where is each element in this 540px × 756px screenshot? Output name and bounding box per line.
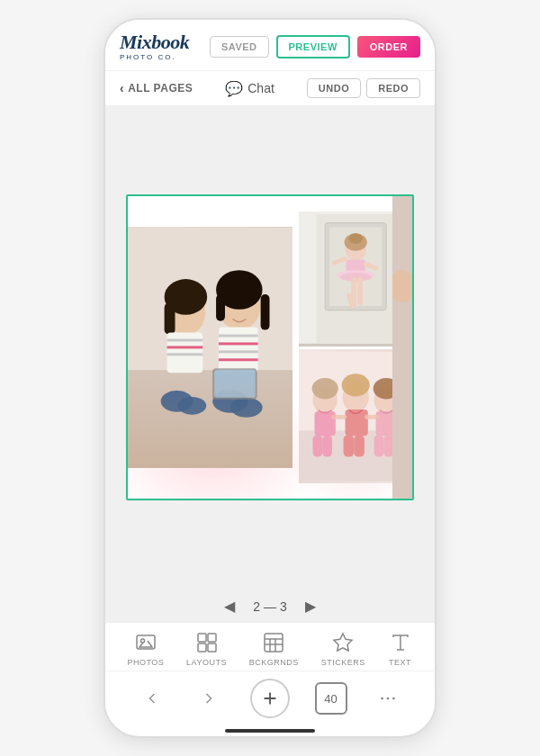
svg-point-61	[140, 639, 144, 643]
back-chevron-svg	[143, 689, 161, 707]
svg-rect-15	[219, 327, 258, 372]
plus-icon	[260, 688, 280, 708]
add-button[interactable]	[250, 679, 290, 718]
svg-rect-16	[219, 334, 258, 337]
svg-point-9	[161, 391, 194, 412]
photos-svg-icon	[135, 632, 157, 653]
svg-rect-23	[214, 370, 256, 398]
svg-point-78	[392, 698, 395, 700]
saved-button[interactable]: SAVED	[210, 36, 269, 58]
bckgrnds-svg-icon	[263, 632, 284, 653]
chat-bubble-icon: 💬	[225, 80, 243, 97]
svg-rect-4	[165, 302, 176, 334]
svg-rect-19	[219, 358, 258, 361]
svg-rect-0	[128, 227, 292, 467]
svg-rect-57	[364, 414, 381, 418]
svg-rect-13	[261, 294, 270, 330]
layouts-tool[interactable]: LAYOUTS	[186, 630, 227, 667]
canvas-area	[105, 106, 435, 589]
svg-marker-71	[334, 634, 352, 651]
svg-rect-8	[167, 353, 203, 356]
text-icon	[388, 630, 413, 655]
svg-rect-1	[128, 370, 292, 468]
logo-area: Mixbook PHOTO CO.	[120, 32, 189, 61]
stickers-tool[interactable]: STICKERS	[321, 630, 365, 667]
svg-rect-45	[322, 435, 332, 456]
svg-point-77	[387, 698, 390, 700]
edge-photo	[392, 196, 412, 499]
back-chevron-icon: ‹	[120, 81, 124, 95]
forward-button[interactable]	[193, 682, 225, 715]
svg-rect-56	[331, 414, 347, 418]
svg-rect-35	[357, 277, 363, 305]
svg-rect-49	[343, 435, 354, 456]
home-indicator	[225, 729, 315, 733]
stickers-icon	[330, 630, 356, 655]
svg-point-42	[311, 378, 338, 399]
order-button[interactable]: ORDER	[357, 36, 420, 58]
svg-point-10	[177, 396, 206, 414]
svg-rect-63	[208, 634, 216, 642]
photos-label: PHOTOS	[127, 658, 164, 667]
svg-rect-55	[383, 435, 393, 456]
preview-button[interactable]: PREVIEW	[276, 35, 350, 58]
edge-photo-svg	[392, 196, 412, 499]
svg-point-76	[381, 698, 383, 700]
next-page-arrow[interactable]: ▶	[305, 598, 316, 615]
svg-rect-14	[216, 294, 225, 321]
svg-rect-50	[354, 435, 364, 456]
more-button[interactable]	[372, 682, 404, 715]
page-canvas[interactable]	[126, 194, 414, 500]
all-pages-label: ALL PAGES	[128, 82, 193, 94]
svg-rect-22	[212, 368, 257, 400]
tool-icons-row: PHOTOS LAYOUTS	[105, 630, 435, 667]
text-svg-icon	[390, 632, 411, 653]
more-dots-icon	[378, 688, 398, 708]
svg-rect-65	[208, 644, 216, 652]
header-buttons: SAVED PREVIEW ORDER	[210, 35, 420, 58]
photo-two-girls[interactable]	[128, 227, 292, 469]
chat-button[interactable]: 💬 Chat	[225, 80, 274, 97]
girls-svg	[128, 227, 292, 469]
photos-layout	[128, 196, 412, 499]
undo-button[interactable]: UNDO	[307, 78, 361, 98]
backgrounds-icon	[261, 630, 286, 655]
girls-photo-content	[128, 227, 292, 469]
photos-tool[interactable]: PHOTOS	[127, 630, 164, 667]
bottom-action-bar: 40	[105, 670, 435, 724]
svg-point-21	[230, 397, 263, 417]
prev-page-arrow[interactable]: ◀	[224, 598, 235, 615]
toolbar-right: UNDO REDO	[307, 78, 420, 98]
stickers-label: STICKERS	[321, 658, 365, 667]
page-navigation: ◀ 2 — 3 ▶	[105, 589, 435, 622]
svg-point-59	[392, 270, 412, 302]
svg-rect-62	[198, 634, 206, 642]
svg-rect-58	[392, 196, 412, 499]
redo-button[interactable]: REDO	[366, 78, 420, 98]
svg-point-20	[212, 390, 248, 413]
layouts-icon	[194, 630, 220, 655]
svg-rect-6	[167, 338, 203, 341]
all-pages-link[interactable]: ‹ ALL PAGES	[120, 81, 193, 95]
svg-rect-17	[219, 342, 258, 345]
bckgrnds-label: BCKGRNDS	[249, 658, 299, 667]
chat-label: Chat	[248, 81, 274, 95]
header: Mixbook PHOTO CO. SAVED PREVIEW ORDER	[105, 20, 435, 71]
back-button[interactable]	[136, 682, 168, 715]
photo-count-badge[interactable]: 40	[315, 682, 347, 715]
bottom-toolbar: PHOTOS LAYOUTS	[105, 622, 435, 670]
svg-point-30	[348, 233, 363, 244]
text-tool[interactable]: TEXT	[388, 630, 413, 667]
svg-rect-7	[167, 346, 203, 348]
svg-rect-5	[167, 332, 203, 373]
page-number: 2 — 3	[253, 599, 286, 614]
svg-rect-54	[374, 435, 383, 456]
logo-sub: PHOTO CO.	[120, 53, 176, 61]
phone-frame: Mixbook PHOTO CO. SAVED PREVIEW ORDER ‹ …	[104, 18, 436, 738]
backgrounds-tool[interactable]: BCKGRNDS	[249, 630, 299, 667]
svg-rect-44	[312, 435, 322, 456]
svg-point-47	[341, 374, 369, 396]
layouts-label: LAYOUTS	[186, 658, 227, 667]
stickers-svg-icon	[332, 632, 354, 653]
text-label: TEXT	[389, 658, 411, 667]
